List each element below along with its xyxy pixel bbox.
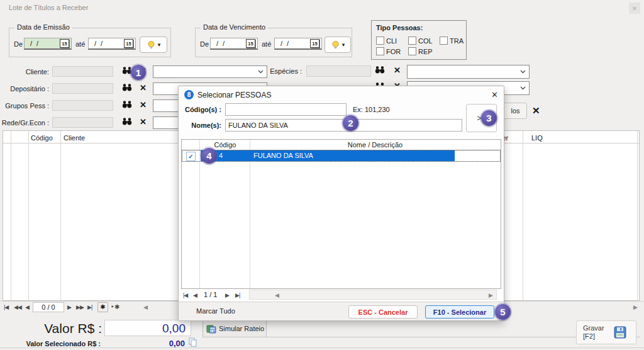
selection-highlight	[201, 150, 455, 161]
nav-first-button[interactable]: |◀	[4, 304, 8, 310]
result-row-selected[interactable]: ✓ 4 FULANO DA SILVA	[182, 150, 500, 161]
clear-icon[interactable]: ✕	[140, 84, 147, 92]
especies-input[interactable]	[306, 65, 371, 77]
cliente-code-input[interactable]	[52, 66, 113, 77]
nome-value: FULANO DA SILVA	[228, 121, 288, 129]
depositario-code-input[interactable]	[52, 83, 113, 94]
codigo-label: Código(s) :	[182, 106, 221, 113]
checkbox-label: COL	[418, 37, 433, 45]
pager-last-button[interactable]: ▶|	[235, 292, 240, 298]
nav-insert-alt-button[interactable]: ‣✱	[111, 303, 119, 310]
selecionar-pessoas-dialog: 8 Selecionar PESSOAS ✕ Código(s) : Ex: 1…	[178, 86, 504, 321]
gravar-button[interactable]: Gravar [F2]	[576, 320, 636, 344]
pager-first-button[interactable]: |◀	[183, 292, 187, 298]
pager-prev-button[interactable]: ◀	[193, 292, 197, 298]
simular-rateio-label: Simular Rateio	[219, 325, 264, 332]
checkbox-label: FOR	[386, 48, 401, 55]
cancel-label: ESC - Cancelar	[358, 308, 408, 316]
record-counter: 0 / 0	[33, 302, 64, 312]
search-binoculars-icon[interactable]	[375, 66, 385, 74]
close-icon: ✕	[632, 5, 637, 12]
emissao-filter-options-button[interactable]: ▾	[140, 37, 167, 53]
calendar-icon[interactable]: 15	[60, 39, 69, 48]
gravar-label: Gravar	[583, 324, 604, 332]
dialog-title: Selecionar PESSOAS	[197, 91, 271, 99]
clear-icon[interactable]: ✕	[140, 118, 147, 126]
clear-icon[interactable]: ✕	[140, 101, 147, 109]
lightbulb-icon	[331, 40, 340, 50]
f10-selecionar-button[interactable]: F10 - Selecionar	[425, 305, 494, 319]
scroll-left-icon[interactable]: ◀	[143, 304, 148, 310]
checkbox-label: TRA	[450, 37, 464, 45]
close-icon: ✕	[491, 90, 498, 99]
especies-label: Espécies :	[255, 67, 302, 75]
dropdown-arrow-icon: ▾	[342, 42, 345, 48]
scroll-right-icon[interactable]: ▶	[489, 292, 493, 298]
nav-insert-button[interactable]: ✱	[97, 302, 108, 312]
checkbox-rep[interactable]: REP	[408, 47, 433, 55]
clear-icon[interactable]: ✕	[532, 106, 540, 115]
emissao-de-label: De	[14, 40, 23, 48]
search-binoculars-icon[interactable]	[122, 101, 132, 108]
codigo-input[interactable]	[225, 103, 347, 116]
calendar-icon[interactable]: 15	[246, 39, 255, 48]
esc-cancelar-button[interactable]: ESC - Cancelar	[348, 305, 418, 319]
chevron-down-icon	[520, 86, 526, 90]
nav-next-page-button[interactable]: ▶▶	[76, 304, 84, 310]
lightbulb-icon	[147, 40, 156, 50]
row-codigo: 4	[219, 152, 223, 159]
nav-last-button[interactable]: ▶|	[87, 304, 92, 310]
especies-combobox[interactable]	[407, 65, 530, 79]
vencimento-ate-input[interactable]: / / 15	[274, 38, 322, 50]
scroll-right-icon[interactable]: ▶	[633, 304, 638, 310]
dialog-app-icon: 8	[184, 90, 194, 99]
cliente-combobox[interactable]	[153, 65, 267, 78]
grupos-pess-input[interactable]	[52, 100, 113, 111]
vencimento-filter-options-button[interactable]: ▾	[325, 37, 351, 53]
annotation-marker-5: 5	[495, 304, 511, 320]
calendar-icon[interactable]: 15	[124, 39, 133, 48]
search-binoculars-icon[interactable]	[122, 84, 132, 91]
clear-icon[interactable]: ✕	[394, 66, 401, 74]
checkbox-label: REP	[418, 48, 433, 55]
rede-gr-econ-input[interactable]	[52, 117, 113, 128]
checkbox-label: CLI	[386, 37, 397, 45]
pager-next-button[interactable]: ▶	[225, 292, 229, 298]
checkbox-tra[interactable]: TRA	[440, 37, 464, 45]
emissao-de-input[interactable]: / / 15	[24, 38, 72, 50]
search-binoculars-icon[interactable]	[122, 118, 132, 125]
dialog-close-button[interactable]: ✕	[489, 89, 500, 100]
nav-next-button[interactable]: ▶	[67, 304, 71, 310]
codigo-example: Ex: 101,230	[353, 106, 390, 113]
checkbox-cli[interactable]: CLI	[376, 37, 397, 45]
checkbox-for[interactable]: FOR	[376, 47, 401, 55]
valor-value: 0,00	[105, 320, 191, 336]
group-title: Data de Emissão	[14, 23, 72, 31]
pessoas-result-list[interactable]: Código Nome / Descrição ✓ 4 FULANO DA SI…	[181, 139, 501, 289]
main-header-codigo: Código	[31, 134, 53, 142]
vencimento-de-label: De	[200, 40, 209, 48]
marcar-tudo-label[interactable]: Marcar Tudo	[196, 307, 235, 315]
checkbox-col[interactable]: COL	[408, 37, 433, 45]
checkbox-icon	[440, 37, 448, 45]
main-header-liq: LIQ	[531, 134, 543, 142]
row-checkbox-checked[interactable]: ✓	[186, 152, 196, 161]
chevron-down-icon	[520, 70, 526, 74]
dialog-hscrollbar[interactable]: ◀ ▶	[249, 290, 497, 300]
simular-rateio-tab[interactable]: Simular Rateio	[203, 320, 267, 337]
list-header-row: Código Nome / Descrição	[182, 140, 501, 150]
copy-icon[interactable]	[189, 337, 197, 347]
calendar-icon[interactable]: 15	[310, 39, 319, 48]
window-close-button[interactable]: ✕	[629, 3, 640, 14]
emissao-ate-input[interactable]: / / 15	[88, 38, 136, 50]
nav-prev-button[interactable]: ◀	[25, 304, 29, 310]
vencimento-de-input[interactable]: / / 15	[210, 38, 258, 50]
nome-label: Nome(s):	[182, 121, 221, 129]
window-bottom-border	[0, 347, 644, 348]
depositario-label: Depositário :	[0, 85, 49, 93]
save-floppy-icon	[613, 325, 627, 339]
grupos-pess-label: Grupos Pess :	[0, 102, 49, 110]
dialog-pager-row[interactable]: |◀ ◀ 1 / 1 ▶ ▶| ◀ ▶	[179, 289, 504, 302]
scroll-left-icon[interactable]: ◀	[275, 292, 279, 298]
nav-prev-page-button[interactable]: ◀◀	[14, 304, 21, 310]
